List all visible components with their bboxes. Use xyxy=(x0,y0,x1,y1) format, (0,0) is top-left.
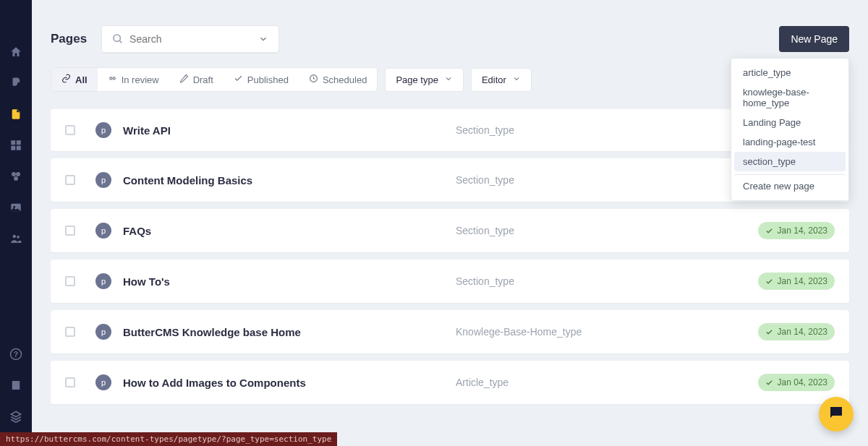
svg-point-14 xyxy=(114,35,120,41)
row-title: FAQs xyxy=(123,225,456,237)
row-checkbox[interactable] xyxy=(65,276,75,286)
row-badge: p xyxy=(95,273,111,289)
table-row[interactable]: pHow To'sSection_typeJan 14, 2023 xyxy=(51,260,849,303)
row-checkbox[interactable] xyxy=(65,327,75,337)
row-title: Content Modeling Basics xyxy=(123,174,456,186)
sidebar-item-help[interactable]: ? xyxy=(0,338,32,369)
filter-tab-published[interactable]: Published xyxy=(224,68,299,91)
row-date-badge: Jan 14, 2023 xyxy=(758,222,835,239)
chevron-down-icon xyxy=(512,74,521,85)
dropdown-label: Editor xyxy=(482,74,506,85)
table-row[interactable]: pButterCMS Knowledge base HomeKnowlege-B… xyxy=(51,310,849,353)
table-row[interactable]: pWrite APISection_type xyxy=(51,109,849,151)
sidebar-item-media[interactable] xyxy=(0,192,32,223)
filter-tab-label: Scheduled xyxy=(323,74,367,85)
sidebar-item-users[interactable] xyxy=(0,223,32,254)
filter-tab-all[interactable]: All xyxy=(51,68,98,91)
new-page-popup: article_typeknowlege-base-home_typeLandi… xyxy=(731,58,849,201)
filter-tab-label: All xyxy=(75,74,88,85)
row-type: Section_type xyxy=(456,174,758,186)
row-title: How to Add Images to Components xyxy=(123,377,456,389)
row-type: Section_type xyxy=(456,225,758,236)
filter-tab-scheduled[interactable]: Scheduled xyxy=(299,68,377,91)
row-badge: p xyxy=(95,172,111,188)
search-icon xyxy=(112,33,124,45)
popup-item[interactable]: section_type xyxy=(734,152,846,171)
sidebar-item-blog[interactable] xyxy=(0,67,32,98)
pencil-icon xyxy=(179,74,189,85)
row-date-badge: Jan 04, 2023 xyxy=(758,374,835,391)
popup-item[interactable]: landing-page-test xyxy=(734,132,846,152)
sidebar-item-pages[interactable] xyxy=(0,98,32,129)
main-content: Pages New Page All In review Draft xyxy=(32,0,868,446)
sidebar: ? xyxy=(0,0,32,446)
filter-tab-in-review[interactable]: In review xyxy=(98,68,169,91)
sidebar-item-components[interactable] xyxy=(0,160,32,192)
chat-button[interactable] xyxy=(819,397,854,432)
chevron-down-icon xyxy=(444,74,453,85)
popup-item[interactable]: knowlege-base-home_type xyxy=(734,82,846,113)
sidebar-item-home[interactable] xyxy=(0,36,32,67)
row-checkbox[interactable] xyxy=(65,377,75,387)
row-title: ButterCMS Knowledge base Home xyxy=(123,326,456,338)
chevron-down-icon[interactable] xyxy=(258,34,268,44)
filter-tab-draft[interactable]: Draft xyxy=(169,68,224,91)
row-date-badge: Jan 14, 2023 xyxy=(758,323,835,340)
svg-rect-0 xyxy=(11,140,15,145)
new-page-button[interactable]: New Page xyxy=(779,26,849,52)
svg-text:?: ? xyxy=(14,349,18,358)
check-icon xyxy=(234,74,243,85)
sidebar-item-collections[interactable] xyxy=(0,129,32,160)
filter-tab-label: Draft xyxy=(193,74,213,85)
table-row[interactable]: pFAQsSection_typeJan 14, 2023 xyxy=(51,209,849,252)
row-badge: p xyxy=(95,324,111,340)
svg-point-9 xyxy=(13,234,17,238)
svg-point-16 xyxy=(109,77,111,80)
filter-tab-label: In review xyxy=(122,74,159,85)
status-url-bar: https://buttercms.com/content-types/page… xyxy=(0,432,337,446)
row-checkbox[interactable] xyxy=(65,175,75,185)
page-title: Pages xyxy=(51,32,87,46)
svg-point-10 xyxy=(17,235,20,238)
review-icon xyxy=(108,74,117,85)
svg-rect-13 xyxy=(12,381,20,390)
svg-line-15 xyxy=(119,40,122,43)
row-checkbox[interactable] xyxy=(65,125,75,135)
row-badge: p xyxy=(95,223,111,239)
row-type: Knowlege-Base-Home_type xyxy=(456,326,758,338)
svg-point-5 xyxy=(16,172,20,176)
popup-item[interactable]: Landing Page xyxy=(734,113,846,132)
svg-point-6 xyxy=(14,176,18,181)
svg-point-17 xyxy=(113,77,115,80)
table-row[interactable]: pHow to Add Images to ComponentsArticle_… xyxy=(51,361,849,404)
editor-dropdown[interactable]: Editor xyxy=(471,68,532,92)
row-badge: p xyxy=(95,374,111,390)
filter-tab-label: Published xyxy=(247,74,289,85)
popup-item[interactable]: article_type xyxy=(734,63,846,82)
row-badge: p xyxy=(95,122,111,138)
search-input[interactable] xyxy=(129,33,258,45)
row-title: Write API xyxy=(123,124,456,137)
search-box[interactable] xyxy=(101,25,279,53)
table-row[interactable]: pContent Modeling BasicsSection_typeJan … xyxy=(51,158,849,202)
row-type: Section_type xyxy=(456,275,758,287)
row-checkbox[interactable] xyxy=(65,226,75,236)
clock-icon xyxy=(309,74,318,85)
sidebar-item-layers[interactable] xyxy=(0,400,32,432)
status-filter-group: All In review Draft Published Scheduled xyxy=(51,67,378,92)
svg-point-4 xyxy=(12,172,16,176)
svg-rect-2 xyxy=(11,145,15,150)
popup-item[interactable]: Create new page xyxy=(734,174,846,196)
dropdown-label: Page type xyxy=(396,74,438,85)
sidebar-item-docs[interactable] xyxy=(0,369,32,400)
link-icon xyxy=(61,74,71,85)
row-date-badge: Jan 14, 2023 xyxy=(758,273,835,290)
svg-rect-3 xyxy=(17,145,21,150)
svg-point-8 xyxy=(13,205,15,207)
row-title: How To's xyxy=(123,275,456,288)
svg-rect-1 xyxy=(17,140,21,145)
page-type-dropdown[interactable]: Page type xyxy=(385,68,464,92)
chat-icon xyxy=(827,404,845,424)
row-type: Article_type xyxy=(456,377,758,388)
